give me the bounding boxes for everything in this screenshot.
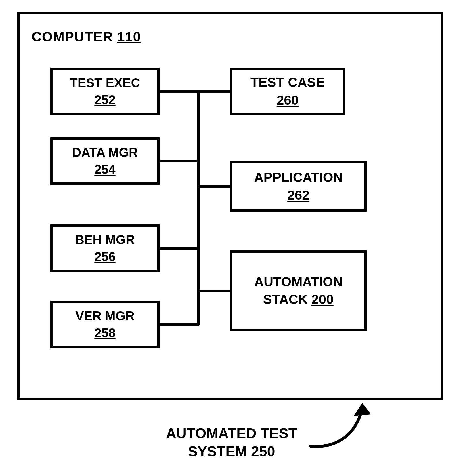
node-data-mgr: DATA MGR 254 [50,137,160,185]
computer-title: COMPUTER 110 [32,29,141,45]
node-beh-mgr-name: BEH MGR [75,232,135,247]
node-ver-mgr-num: 258 [94,325,115,341]
node-automation-stack: AUTOMATION STACK 200 [230,250,367,331]
node-application: APPLICATION 262 [230,161,367,212]
computer-title-text: COMPUTER [32,29,113,44]
node-application-num: 262 [287,187,309,203]
svg-marker-8 [354,403,371,416]
node-ver-mgr-name: VER MGR [75,309,134,324]
caption-line2: SYSTEM 250 [0,443,463,461]
node-test-exec-name: TEST EXEC [70,75,140,91]
node-data-mgr-num: 254 [94,162,115,177]
node-beh-mgr-num: 256 [94,249,115,264]
computer-title-num: 110 [117,29,141,44]
node-automation-stack-line1: AUTOMATION [254,274,343,290]
node-automation-stack-num: 200 [311,292,334,307]
node-automation-stack-line2: STACK 200 [263,292,334,307]
node-test-case: TEST CASE 260 [230,68,345,115]
node-beh-mgr: BEH MGR 256 [50,224,160,272]
node-test-case-num: 260 [277,92,299,108]
node-automation-stack-prefix: STACK [263,292,308,307]
diagram-canvas: COMPUTER 110 TEST EXEC 252 DATA MGR 254 … [0,0,463,476]
node-test-exec-num: 252 [94,92,115,108]
node-test-case-name: TEST CASE [250,75,325,90]
node-test-exec: TEST EXEC 252 [50,68,160,115]
caption: AUTOMATED TEST SYSTEM 250 [0,424,463,460]
caption-line1: AUTOMATED TEST [0,424,463,443]
node-ver-mgr: VER MGR 258 [50,301,160,348]
node-application-name: APPLICATION [254,170,343,185]
node-data-mgr-name: DATA MGR [72,145,138,160]
